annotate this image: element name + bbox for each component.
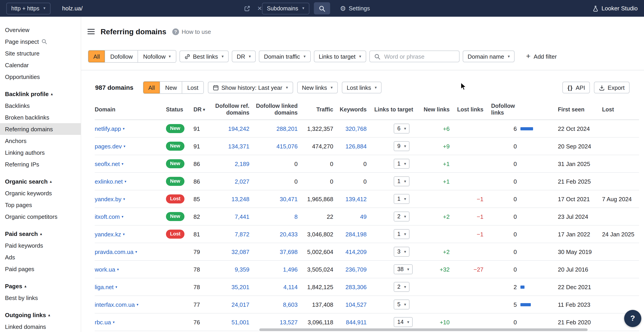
column-header-dr[interactable]: DR▾ bbox=[191, 106, 209, 113]
domain-link[interactable]: exlinko.net▾ bbox=[95, 178, 126, 185]
domain-link[interactable]: pages.dev▾ bbox=[95, 143, 125, 150]
links-to-target-dropdown[interactable]: 1▾ bbox=[394, 229, 410, 239]
column-header-new-links[interactable]: New links bbox=[422, 106, 450, 113]
sidebar-section-pages[interactable]: Pages▴ bbox=[0, 280, 81, 292]
domain-link[interactable]: yandex.kz▾ bbox=[95, 231, 125, 238]
sidebar-item-broken-backlinks[interactable]: Broken backlinks bbox=[0, 112, 81, 123]
dofollow-ref-domains-link[interactable]: 194,242 bbox=[228, 125, 250, 132]
sidebar-item-paid-pages[interactable]: Paid pages bbox=[0, 263, 81, 275]
dofollow-linked-domains-link[interactable]: 37,698 bbox=[280, 248, 298, 255]
sidebar-section-backlink-profile[interactable]: Backlink profile▴ bbox=[0, 88, 81, 100]
sidebar-item-linking-authors[interactable]: Linking authors bbox=[0, 146, 81, 158]
links-to-target-dropdown[interactable]: 2▾ bbox=[394, 212, 410, 222]
dofollow-linked-domains-link[interactable]: 13,527 bbox=[280, 319, 298, 326]
domain-link[interactable]: interfax.com.ua▾ bbox=[95, 301, 138, 308]
links-to-target-dropdown[interactable]: 9▾ bbox=[394, 141, 410, 151]
dofollow-ref-domains-link[interactable]: 134,371 bbox=[228, 143, 250, 150]
dofollow-linked-domains-link[interactable]: 288,201 bbox=[276, 125, 298, 132]
keywords-link[interactable]: 126,884 bbox=[346, 143, 367, 150]
links-to-target-dropdown[interactable]: 2▾ bbox=[394, 282, 410, 292]
dofollow-linked-domains-link[interactable]: 30,471 bbox=[280, 196, 298, 202]
domain-link[interactable]: netlify.app▾ bbox=[95, 125, 125, 132]
new-links-dropdown[interactable]: New links▾ bbox=[297, 82, 338, 94]
sidebar-item-linked-domains[interactable]: Linked domains bbox=[0, 321, 81, 332]
filter-dr-dropdown[interactable]: DR▾ bbox=[232, 50, 256, 62]
domain-link[interactable]: liga.net▾ bbox=[95, 284, 117, 290]
sidebar-section-organic-search[interactable]: Organic search▴ bbox=[0, 176, 81, 187]
dofollow-ref-domains-link[interactable]: 9,359 bbox=[235, 266, 250, 273]
dofollow-ref-domains-link[interactable]: 13,248 bbox=[231, 196, 250, 202]
sidebar-item-organic-competitors[interactable]: Organic competitors bbox=[0, 211, 81, 222]
links-to-target-dropdown[interactable]: 1▾ bbox=[394, 159, 410, 169]
keywords-link[interactable]: 844,911 bbox=[346, 319, 367, 326]
dofollow-linked-domains-link[interactable]: 0 bbox=[294, 178, 298, 185]
sidebar-item-site-structure[interactable]: Site structure bbox=[0, 47, 81, 59]
dofollow-ref-domains-link[interactable]: 7,441 bbox=[235, 213, 250, 220]
column-header-lost-links[interactable]: Lost links bbox=[450, 106, 484, 113]
word-or-phrase-input[interactable] bbox=[383, 52, 451, 60]
segment-new[interactable]: New bbox=[160, 82, 182, 94]
dofollow-ref-domains-link[interactable]: 24,017 bbox=[231, 301, 250, 308]
keywords-link[interactable]: 49 bbox=[360, 213, 367, 220]
sidebar-item-anchors[interactable]: Anchors bbox=[0, 135, 81, 146]
links-to-target-dropdown[interactable]: 38▾ bbox=[394, 264, 413, 274]
scope-dropdown[interactable]: Subdomains ▾ bbox=[262, 2, 309, 14]
settings-button[interactable]: ⚙ Settings bbox=[337, 4, 373, 12]
api-button[interactable]: {} API bbox=[562, 82, 590, 94]
menu-icon[interactable] bbox=[88, 29, 95, 34]
sidebar-item-organic-keywords[interactable]: Organic keywords bbox=[0, 187, 81, 199]
sidebar-item-calendar[interactable]: Calendar bbox=[0, 59, 81, 71]
sidebar-item-backlinks[interactable]: Backlinks bbox=[0, 100, 81, 112]
open-in-new-tab-button[interactable] bbox=[244, 5, 250, 12]
column-header-status[interactable]: Status bbox=[166, 106, 191, 113]
keywords-link[interactable]: 283,306 bbox=[346, 284, 367, 290]
column-header-domain[interactable]: Domain bbox=[95, 106, 166, 113]
dofollow-ref-domains-link[interactable]: 35,201 bbox=[231, 284, 250, 290]
domain-link[interactable]: seoflx.net▾ bbox=[95, 160, 123, 167]
dofollow-linked-domains-link[interactable]: 8,603 bbox=[283, 301, 298, 308]
sidebar-item-referring-ips[interactable]: Referring IPs bbox=[0, 158, 81, 170]
column-header-first-seen[interactable]: First seen bbox=[558, 106, 602, 113]
dofollow-ref-domains-link[interactable]: 51,001 bbox=[231, 319, 250, 326]
horizontal-scrollbar[interactable] bbox=[259, 328, 588, 331]
sidebar-item-best-by-links[interactable]: Best by links bbox=[0, 292, 81, 304]
sidebar-item-page-inspect[interactable]: Page inspect bbox=[0, 36, 81, 47]
keywords-link[interactable]: 284,198 bbox=[346, 231, 367, 238]
sidebar-section-paid-search[interactable]: Paid search▴ bbox=[0, 228, 81, 240]
search-button[interactable] bbox=[314, 2, 330, 14]
dofollow-linked-domains-link[interactable]: 20,433 bbox=[280, 231, 298, 238]
dofollow-linked-domains-link[interactable]: 0 bbox=[294, 160, 298, 167]
column-header-links-to-target[interactable]: Links to target bbox=[367, 106, 422, 113]
sidebar-item-top-pages[interactable]: Top pages bbox=[0, 199, 81, 211]
dofollow-linked-domains-link[interactable]: 4,114 bbox=[284, 284, 298, 290]
column-header-keywords[interactable]: Keywords bbox=[333, 106, 367, 113]
links-to-target-dropdown[interactable]: 5▾ bbox=[394, 300, 410, 310]
export-button[interactable]: Export bbox=[594, 82, 630, 94]
column-header-traffic[interactable]: Traffic bbox=[298, 106, 333, 113]
links-to-target-dropdown[interactable]: 1▾ bbox=[394, 194, 410, 204]
sidebar-item-ads[interactable]: Ads bbox=[0, 251, 81, 263]
keywords-link[interactable]: 236,709 bbox=[346, 266, 367, 273]
links-to-target-dropdown[interactable]: 6▾ bbox=[394, 124, 410, 134]
domain-link[interactable]: rbc.ua▾ bbox=[95, 319, 114, 326]
dofollow-ref-domains-link[interactable]: 7,872 bbox=[235, 231, 250, 238]
filter-domain-traffic-dropdown[interactable]: Domain traffic▾ bbox=[259, 50, 310, 62]
segment-all[interactable]: All bbox=[144, 82, 160, 94]
links-to-target-dropdown[interactable]: 1▾ bbox=[394, 176, 410, 186]
dofollow-ref-domains-link[interactable]: 2,189 bbox=[235, 160, 250, 167]
domain-link[interactable]: pravda.com.ua▾ bbox=[95, 248, 137, 255]
keywords-link[interactable]: 0 bbox=[364, 178, 367, 185]
domain-link[interactable]: itxoft.com▾ bbox=[95, 213, 123, 220]
keywords-link[interactable]: 139,412 bbox=[346, 196, 367, 202]
column-header-dofollow-linked-domains[interactable]: Dofollow linked domains bbox=[250, 103, 298, 116]
sidebar-item-overview[interactable]: Overview bbox=[0, 24, 81, 36]
url-input[interactable] bbox=[61, 4, 196, 12]
dofollow-linked-domains-link[interactable]: 415,076 bbox=[276, 143, 298, 150]
how-to-use-link[interactable]: ? How to use bbox=[172, 28, 211, 35]
domain-link[interactable]: work.ua▾ bbox=[95, 266, 119, 273]
dofollow-ref-domains-link[interactable]: 2,027 bbox=[235, 178, 250, 185]
sidebar-section-outgoing-links[interactable]: Outgoing links▴ bbox=[0, 309, 81, 321]
help-button[interactable]: ? bbox=[624, 310, 641, 327]
domain-name-dropdown[interactable]: Domain name ▾ bbox=[463, 50, 515, 62]
filter-best-links-dropdown[interactable]: Best links▾ bbox=[179, 50, 228, 62]
